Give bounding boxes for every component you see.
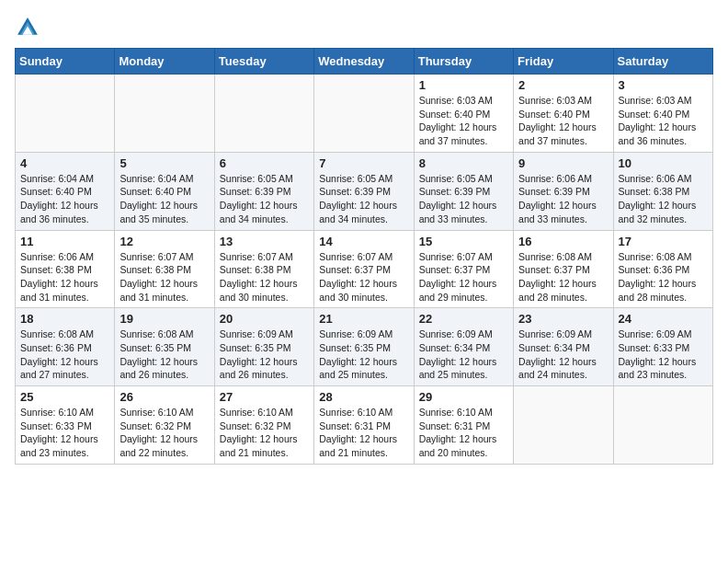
- day-number: 14: [319, 235, 408, 248]
- day-info: Sunrise: 6:05 AM Sunset: 6:39 PM Dayligh…: [319, 172, 408, 226]
- day-number: 22: [419, 312, 508, 326]
- day-info: Sunrise: 6:10 AM Sunset: 6:31 PM Dayligh…: [319, 406, 408, 460]
- day-info: Sunrise: 6:09 AM Sunset: 6:34 PM Dayligh…: [518, 327, 608, 382]
- calendar-cell: 22Sunrise: 6:09 AM Sunset: 6:34 PM Dayli…: [414, 308, 513, 386]
- day-info: Sunrise: 6:09 AM Sunset: 6:33 PM Dayligh…: [619, 327, 708, 382]
- day-number: 17: [619, 235, 708, 248]
- calendar-cell: 1Sunrise: 6:03 AM Sunset: 6:40 PM Daylig…: [414, 75, 513, 153]
- calendar-cell: 9Sunrise: 6:06 AM Sunset: 6:39 PM Daylig…: [514, 152, 613, 230]
- calendar-cell: 14Sunrise: 6:07 AM Sunset: 6:37 PM Dayli…: [314, 230, 414, 308]
- day-info: Sunrise: 6:10 AM Sunset: 6:31 PM Dayligh…: [419, 406, 508, 460]
- calendar-week-5: 25Sunrise: 6:10 AM Sunset: 6:33 PM Dayli…: [16, 386, 713, 465]
- weekday-header-thursday: Thursday: [414, 49, 513, 75]
- day-number: 23: [518, 312, 608, 326]
- day-number: 8: [419, 156, 508, 170]
- day-info: Sunrise: 6:03 AM Sunset: 6:40 PM Dayligh…: [518, 94, 608, 148]
- calendar-cell: 18Sunrise: 6:08 AM Sunset: 6:36 PM Dayli…: [16, 308, 115, 386]
- weekday-header-saturday: Saturday: [613, 49, 712, 75]
- calendar-cell: 16Sunrise: 6:08 AM Sunset: 6:37 PM Dayli…: [514, 230, 613, 308]
- calendar-cell: 5Sunrise: 6:04 AM Sunset: 6:40 PM Daylig…: [115, 152, 214, 230]
- day-number: 19: [119, 312, 209, 326]
- day-number: 16: [518, 235, 608, 248]
- calendar-cell: 12Sunrise: 6:07 AM Sunset: 6:38 PM Dayli…: [115, 230, 214, 308]
- calendar-cell: 19Sunrise: 6:08 AM Sunset: 6:35 PM Dayli…: [115, 308, 214, 386]
- day-number: 9: [518, 156, 608, 170]
- day-number: 1: [419, 78, 508, 92]
- calendar-cell: [514, 386, 613, 465]
- day-number: 4: [20, 156, 109, 170]
- day-info: Sunrise: 6:10 AM Sunset: 6:32 PM Dayligh…: [119, 406, 209, 460]
- weekday-header-wednesday: Wednesday: [314, 49, 414, 75]
- calendar-cell: [214, 75, 313, 153]
- day-number: 28: [319, 390, 408, 404]
- day-info: Sunrise: 6:08 AM Sunset: 6:37 PM Dayligh…: [518, 250, 608, 304]
- calendar-week-3: 11Sunrise: 6:06 AM Sunset: 6:38 PM Dayli…: [16, 230, 713, 308]
- weekday-header-tuesday: Tuesday: [214, 49, 313, 75]
- day-info: Sunrise: 6:07 AM Sunset: 6:38 PM Dayligh…: [119, 250, 209, 304]
- calendar-cell: 24Sunrise: 6:09 AM Sunset: 6:33 PM Dayli…: [613, 308, 712, 386]
- day-number: 11: [20, 235, 109, 248]
- day-info: Sunrise: 6:03 AM Sunset: 6:40 PM Dayligh…: [619, 94, 708, 148]
- calendar-cell: 3Sunrise: 6:03 AM Sunset: 6:40 PM Daylig…: [613, 75, 712, 153]
- calendar-cell: 10Sunrise: 6:06 AM Sunset: 6:38 PM Dayli…: [613, 152, 712, 230]
- day-info: Sunrise: 6:04 AM Sunset: 6:40 PM Dayligh…: [119, 172, 209, 226]
- day-number: 5: [119, 156, 209, 170]
- calendar-cell: 21Sunrise: 6:09 AM Sunset: 6:35 PM Dayli…: [314, 308, 414, 386]
- day-info: Sunrise: 6:03 AM Sunset: 6:40 PM Dayligh…: [419, 94, 508, 148]
- day-number: 15: [419, 235, 508, 248]
- day-number: 27: [220, 390, 309, 404]
- day-info: Sunrise: 6:06 AM Sunset: 6:39 PM Dayligh…: [518, 172, 608, 226]
- day-number: 6: [220, 156, 309, 170]
- day-info: Sunrise: 6:07 AM Sunset: 6:38 PM Dayligh…: [220, 250, 309, 304]
- day-number: 29: [419, 390, 508, 404]
- calendar-cell: 27Sunrise: 6:10 AM Sunset: 6:32 PM Dayli…: [214, 386, 313, 465]
- day-number: 2: [518, 78, 608, 92]
- calendar-cell: 4Sunrise: 6:04 AM Sunset: 6:40 PM Daylig…: [16, 152, 115, 230]
- calendar-cell: 28Sunrise: 6:10 AM Sunset: 6:31 PM Dayli…: [314, 386, 414, 465]
- day-info: Sunrise: 6:05 AM Sunset: 6:39 PM Dayligh…: [419, 172, 508, 226]
- calendar-cell: [314, 75, 414, 153]
- day-info: Sunrise: 6:08 AM Sunset: 6:35 PM Dayligh…: [119, 327, 209, 382]
- day-number: 3: [619, 78, 708, 92]
- day-number: 21: [319, 312, 408, 326]
- day-info: Sunrise: 6:09 AM Sunset: 6:35 PM Dayligh…: [319, 327, 408, 382]
- day-info: Sunrise: 6:09 AM Sunset: 6:34 PM Dayligh…: [419, 327, 508, 382]
- calendar-cell: 26Sunrise: 6:10 AM Sunset: 6:32 PM Dayli…: [115, 386, 214, 465]
- calendar-week-1: 1Sunrise: 6:03 AM Sunset: 6:40 PM Daylig…: [16, 75, 713, 153]
- calendar-cell: 7Sunrise: 6:05 AM Sunset: 6:39 PM Daylig…: [314, 152, 414, 230]
- day-number: 13: [220, 235, 309, 248]
- day-number: 25: [20, 390, 109, 404]
- calendar-cell: 23Sunrise: 6:09 AM Sunset: 6:34 PM Dayli…: [514, 308, 613, 386]
- day-info: Sunrise: 6:10 AM Sunset: 6:32 PM Dayligh…: [220, 406, 309, 460]
- day-number: 24: [619, 312, 708, 326]
- page-header: [15, 15, 713, 40]
- day-info: Sunrise: 6:10 AM Sunset: 6:33 PM Dayligh…: [20, 406, 109, 460]
- calendar-week-4: 18Sunrise: 6:08 AM Sunset: 6:36 PM Dayli…: [16, 308, 713, 386]
- day-info: Sunrise: 6:06 AM Sunset: 6:38 PM Dayligh…: [619, 172, 708, 226]
- weekday-header-row: SundayMondayTuesdayWednesdayThursdayFrid…: [16, 49, 713, 75]
- calendar-cell: 17Sunrise: 6:08 AM Sunset: 6:36 PM Dayli…: [613, 230, 712, 308]
- calendar-cell: [16, 75, 115, 153]
- day-info: Sunrise: 6:05 AM Sunset: 6:39 PM Dayligh…: [220, 172, 309, 226]
- weekday-header-monday: Monday: [115, 49, 214, 75]
- day-info: Sunrise: 6:08 AM Sunset: 6:36 PM Dayligh…: [20, 327, 109, 382]
- weekday-header-friday: Friday: [514, 49, 613, 75]
- day-info: Sunrise: 6:07 AM Sunset: 6:37 PM Dayligh…: [319, 250, 408, 304]
- logo-icon: [15, 15, 40, 40]
- calendar-cell: 29Sunrise: 6:10 AM Sunset: 6:31 PM Dayli…: [414, 386, 513, 465]
- day-info: Sunrise: 6:04 AM Sunset: 6:40 PM Dayligh…: [20, 172, 109, 226]
- day-number: 20: [220, 312, 309, 326]
- day-number: 12: [119, 235, 209, 248]
- calendar-cell: 8Sunrise: 6:05 AM Sunset: 6:39 PM Daylig…: [414, 152, 513, 230]
- calendar-cell: 13Sunrise: 6:07 AM Sunset: 6:38 PM Dayli…: [214, 230, 313, 308]
- calendar-cell: 11Sunrise: 6:06 AM Sunset: 6:38 PM Dayli…: [16, 230, 115, 308]
- calendar-week-2: 4Sunrise: 6:04 AM Sunset: 6:40 PM Daylig…: [16, 152, 713, 230]
- day-number: 7: [319, 156, 408, 170]
- day-number: 18: [20, 312, 109, 326]
- day-info: Sunrise: 6:09 AM Sunset: 6:35 PM Dayligh…: [220, 327, 309, 382]
- calendar-cell: [613, 386, 712, 465]
- calendar-cell: 15Sunrise: 6:07 AM Sunset: 6:37 PM Dayli…: [414, 230, 513, 308]
- calendar-cell: 2Sunrise: 6:03 AM Sunset: 6:40 PM Daylig…: [514, 75, 613, 153]
- weekday-header-sunday: Sunday: [16, 49, 115, 75]
- calendar-table: SundayMondayTuesdayWednesdayThursdayFrid…: [15, 48, 713, 465]
